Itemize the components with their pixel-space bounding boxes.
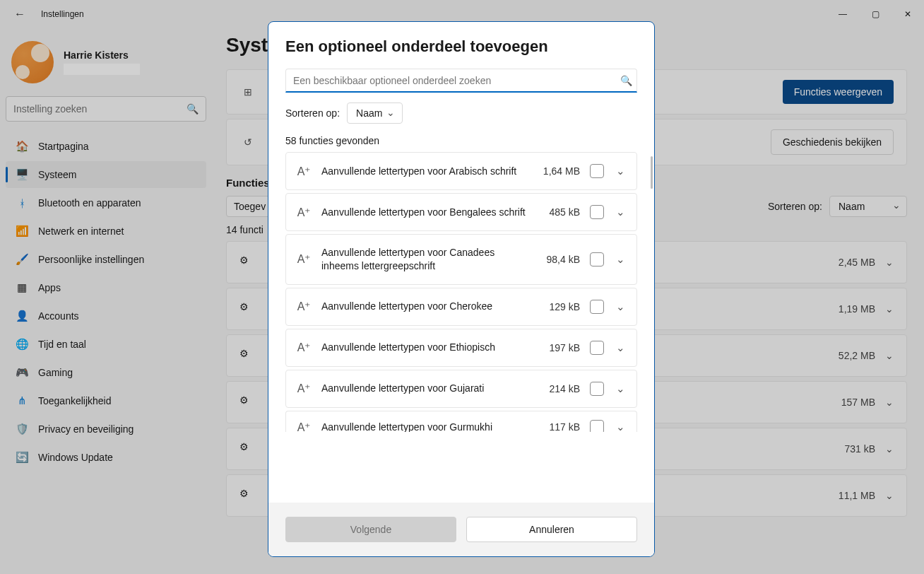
feature-checkbox[interactable]: [590, 382, 604, 396]
feature-checkbox[interactable]: [590, 420, 604, 432]
cancel-button[interactable]: Annuleren: [466, 517, 637, 542]
results-count: 58 functies gevonden: [285, 135, 637, 146]
optional-feature-row[interactable]: A⁺Aanvullende lettertypen voor Ethiopisc…: [285, 329, 637, 367]
scrollbar-thumb[interactable]: [651, 156, 653, 189]
font-icon: A⁺: [296, 165, 312, 178]
optional-feature-row[interactable]: A⁺Aanvullende lettertypen voor Arabisch …: [285, 152, 637, 190]
feature-size: 214 kB: [536, 383, 580, 394]
feature-label: Aanvullende lettertypen voor Canadees in…: [321, 246, 526, 273]
feature-label: Aanvullende lettertypen voor Gurmukhi: [321, 421, 526, 432]
feature-label: Aanvullende lettertypen voor Bengalees s…: [321, 206, 526, 219]
feature-checkbox[interactable]: [590, 341, 604, 355]
font-icon: A⁺: [296, 252, 312, 266]
feature-checkbox[interactable]: [590, 164, 604, 178]
feature-size: 485 kB: [536, 206, 580, 218]
dialog-sort-label: Sorteren op:: [285, 107, 340, 119]
feature-checkbox[interactable]: [590, 205, 604, 219]
search-icon: 🔍: [620, 75, 632, 86]
chevron-down-icon[interactable]: ⌄: [614, 253, 627, 266]
font-icon: A⁺: [296, 206, 312, 219]
chevron-down-icon[interactable]: ⌄: [614, 382, 627, 395]
dialog-search[interactable]: 🔍: [285, 69, 637, 93]
optional-feature-row[interactable]: A⁺Aanvullende lettertypen voor Cherokee1…: [285, 288, 637, 326]
feature-label: Aanvullende lettertypen voor Gujarati: [321, 382, 526, 395]
chevron-down-icon[interactable]: ⌄: [614, 206, 627, 218]
chevron-down-icon[interactable]: ⌄: [614, 300, 627, 313]
feature-size: 1,64 MB: [536, 165, 580, 177]
feature-label: Aanvullende lettertypen voor Ethiopisch: [321, 341, 526, 354]
optional-feature-row[interactable]: A⁺Aanvullende lettertypen voor Bengalees…: [285, 193, 637, 231]
optional-feature-row[interactable]: A⁺Aanvullende lettertypen voor Canadees …: [285, 234, 637, 285]
dialog-search-input[interactable]: [293, 75, 620, 86]
feature-size: 98,4 kB: [536, 254, 580, 265]
optional-feature-row[interactable]: A⁺Aanvullende lettertypen voor Gujarati2…: [285, 370, 637, 408]
dialog-footer: Volgende Annuleren: [268, 503, 654, 556]
chevron-down-icon[interactable]: ⌄: [614, 165, 627, 177]
feature-size: 129 kB: [536, 301, 580, 312]
feature-size: 117 kB: [536, 421, 580, 432]
feature-checkbox[interactable]: [590, 300, 604, 314]
feature-checkbox[interactable]: [590, 252, 604, 266]
feature-list: A⁺Aanvullende lettertypen voor Arabisch …: [268, 152, 654, 503]
add-optional-feature-dialog: Een optioneel onderdeel toevoegen 🔍 Sort…: [268, 21, 655, 557]
feature-label: Aanvullende lettertypen voor Arabisch sc…: [321, 165, 526, 178]
optional-feature-row[interactable]: A⁺Aanvullende lettertypen voor Gurmukhi1…: [285, 411, 637, 432]
dialog-sort-select[interactable]: Naam: [347, 102, 403, 124]
feature-label: Aanvullende lettertypen voor Cherokee: [321, 300, 526, 313]
chevron-down-icon[interactable]: ⌄: [614, 341, 627, 354]
chevron-down-icon[interactable]: ⌄: [614, 421, 627, 432]
dialog-title: Een optioneel onderdeel toevoegen: [285, 37, 637, 56]
font-icon: A⁺: [296, 382, 312, 395]
font-icon: A⁺: [296, 300, 312, 313]
font-icon: A⁺: [296, 341, 312, 354]
next-button[interactable]: Volgende: [285, 517, 456, 542]
feature-size: 197 kB: [536, 342, 580, 353]
font-icon: A⁺: [296, 421, 312, 432]
